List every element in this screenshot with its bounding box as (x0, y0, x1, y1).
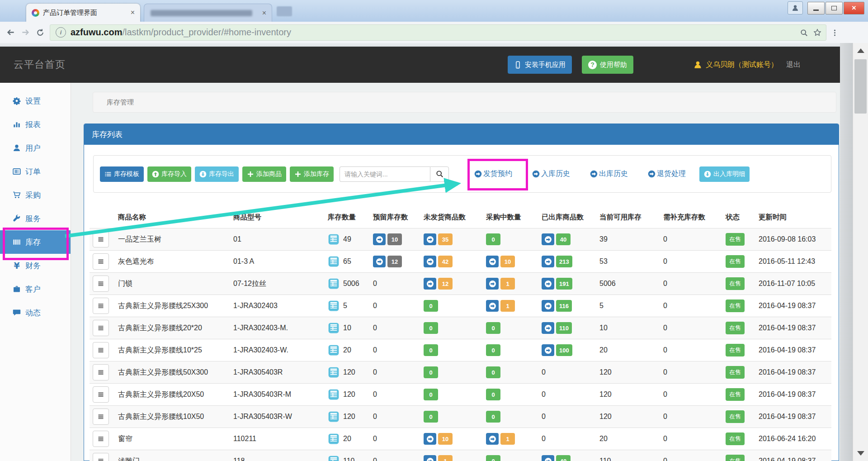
maximize-button[interactable] (826, 2, 843, 14)
reserved-cell: 12 (370, 256, 420, 267)
arrow-badge-button[interactable] (486, 278, 499, 290)
product-model: 07-12拉丝 (230, 279, 325, 289)
grid-icon[interactable] (328, 366, 340, 378)
tab-close-icon[interactable]: × (257, 9, 272, 17)
back-icon[interactable] (6, 28, 15, 37)
sidebar-item-purchase[interactable]: 采购 (0, 183, 71, 207)
grid-icon[interactable] (328, 233, 340, 245)
count-badge: 40 (556, 455, 571, 461)
search-input[interactable] (340, 166, 430, 182)
arrow-badge-button[interactable] (542, 278, 554, 290)
tab-close-icon[interactable]: × (125, 9, 140, 17)
bookmark-star-icon[interactable] (813, 28, 821, 37)
arrow-badge-button[interactable] (542, 233, 554, 245)
sidebar-item-settings[interactable]: 设置 (0, 89, 71, 113)
arrow-badge-button[interactable] (424, 455, 436, 461)
row-menu-button[interactable] (93, 453, 109, 461)
browser-menu-icon[interactable] (831, 28, 839, 36)
sidebar-item-label: 动态 (25, 308, 41, 318)
inventory-import-button[interactable]: 库存导入 (147, 166, 191, 182)
arrow-badge-button[interactable] (542, 344, 554, 356)
grid-icon[interactable] (328, 411, 340, 423)
new-tab-button[interactable] (277, 6, 292, 16)
sidebar-item-inventory[interactable]: 库存 (0, 230, 71, 254)
add-product-button[interactable]: 添加商品 (242, 166, 286, 182)
arrow-badge-button[interactable] (542, 322, 554, 334)
row-menu-button[interactable] (93, 276, 109, 292)
arrow-badge-button[interactable] (486, 300, 499, 312)
row-menu-button[interactable] (93, 431, 109, 447)
row-menu-button[interactable] (93, 253, 109, 270)
profile-icon[interactable] (788, 1, 803, 14)
row-menu-button[interactable] (93, 298, 109, 314)
screen: 产品订单管理界面 × × ✕ i azfuwu.com/lastkm/produ… (0, 0, 868, 461)
row-menu-button[interactable] (93, 364, 109, 380)
arrow-badge-button[interactable] (542, 256, 554, 267)
row-menu-button[interactable] (93, 342, 109, 358)
purchasing-cell: 0 (483, 366, 538, 378)
arrow-badge-button[interactable] (424, 233, 436, 245)
inventory-export-button[interactable]: 库存导出 (195, 166, 239, 182)
user-account[interactable]: 义乌贝朗（测试账号） (693, 60, 778, 70)
column-header: 需补充库存数 (660, 213, 722, 222)
sidebar-item-customers[interactable]: 客户 (0, 277, 71, 301)
grid-icon[interactable] (328, 389, 340, 400)
arrow-badge-button[interactable] (373, 233, 386, 245)
count-badge: 0 (486, 322, 500, 334)
grid-icon[interactable] (328, 256, 340, 267)
close-button[interactable]: ✕ (844, 2, 864, 14)
arrow-badge-button[interactable] (424, 433, 436, 445)
unshipped-cell: 0 (420, 366, 483, 378)
arrow-badge-button[interactable] (486, 256, 499, 267)
arrow-badge-button[interactable] (424, 278, 436, 290)
arrow-badge-button[interactable] (542, 455, 554, 461)
inventory-template-button[interactable]: 库存模板 (100, 166, 144, 182)
row-menu-button[interactable] (93, 320, 109, 336)
inout-detail-button[interactable]: 出入库明细 (699, 166, 750, 182)
sidebar-item-finance[interactable]: ¥财务 (0, 254, 71, 277)
returns-processing-link[interactable]: 退货处理 (648, 169, 686, 179)
search-button[interactable] (430, 166, 449, 182)
arrow-badge-button[interactable] (542, 300, 554, 312)
url-field[interactable]: i azfuwu.com/lastkm/product_provider/#ho… (50, 24, 826, 41)
sidebar-item-activity[interactable]: 动态 (0, 301, 71, 324)
inbound-history-link[interactable]: 入库历史 (532, 169, 570, 179)
grid-icon[interactable] (328, 278, 340, 290)
scroll-up-icon[interactable] (853, 44, 868, 57)
row-menu-button[interactable] (93, 386, 109, 403)
shipping-reservation-link[interactable]: 发货预约 (474, 169, 512, 179)
arrow-badge-button[interactable] (424, 256, 436, 267)
scrollbar-thumb[interactable] (854, 59, 867, 114)
sidebar-item-orders[interactable]: 订单 (0, 160, 71, 183)
info-icon[interactable]: i (56, 27, 66, 38)
add-inventory-button[interactable]: 添加库存 (290, 166, 334, 182)
outbound-history-link[interactable]: 出库历史 (590, 169, 628, 179)
grid-icon[interactable] (328, 300, 340, 312)
hamburger-icon (97, 413, 104, 420)
sidebar-item-users[interactable]: 用户 (0, 136, 71, 160)
sidebar-item-services[interactable]: 服务 (0, 207, 71, 230)
available-value: 110 (596, 457, 660, 461)
grid-icon[interactable] (328, 455, 340, 461)
briefcase-icon (12, 285, 21, 293)
arrow-badge-button[interactable] (373, 256, 386, 267)
grid-icon[interactable] (328, 344, 340, 356)
unshipped-cell: 0 (420, 389, 483, 400)
arrow-badge-button[interactable] (486, 433, 499, 445)
forward-icon[interactable] (21, 28, 30, 37)
zoom-icon[interactable] (800, 28, 808, 36)
refresh-icon[interactable] (36, 28, 44, 37)
sidebar-item-reports[interactable]: 报表 (0, 113, 71, 136)
install-app-button[interactable]: 安装手机应用 (508, 56, 572, 74)
browser-tab-inactive[interactable]: × (144, 4, 272, 22)
minimize-button[interactable] (807, 2, 825, 14)
scroll-down-icon[interactable] (853, 447, 868, 460)
scrollbar[interactable] (853, 43, 868, 461)
grid-icon[interactable] (328, 433, 340, 445)
row-menu-button[interactable] (93, 231, 109, 247)
logout-link[interactable]: 退出 (786, 60, 801, 70)
grid-icon[interactable] (328, 322, 340, 334)
row-menu-button[interactable] (93, 409, 109, 425)
help-button[interactable]: ? 使用帮助 (582, 56, 633, 74)
browser-tab-active[interactable]: 产品订单管理界面 × (26, 4, 140, 22)
